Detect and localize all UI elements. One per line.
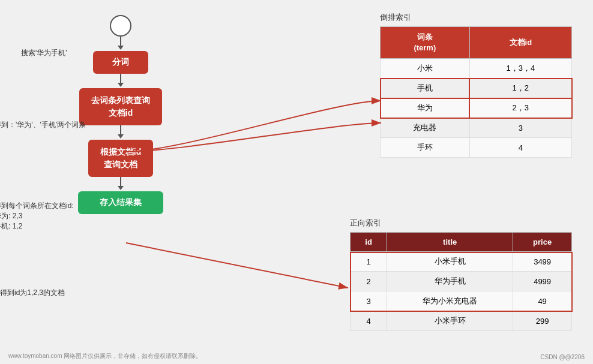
inverted-docids: 3 <box>469 118 571 138</box>
forward-index-table: id title price 1 小米手机 3499 2 华为手机 4999 3… <box>350 232 572 331</box>
forward-title: 小米手机 <box>387 252 513 272</box>
forward-title: 华为小米充电器 <box>387 291 513 311</box>
forward-row: 3 华为小米充电器 49 <box>351 291 572 311</box>
forward-title: 小米手环 <box>387 311 513 331</box>
inverted-term: 小米 <box>381 59 470 79</box>
flow-start-circle <box>110 15 131 37</box>
inverted-index-table: 词条(term) 文档id 小米 1，3，4 手机 1，2 华为 2，3 充电器… <box>380 26 572 158</box>
inverted-docids: 1，2 <box>469 79 571 98</box>
inverted-header-term: 词条(term) <box>381 27 470 59</box>
inverted-term: 手机 <box>381 79 470 98</box>
doc-ids-label: 得到每个词条所在文档id: 华为: 2,3 手机: 1,2 <box>0 201 74 231</box>
forward-index-title: 正向索引 <box>350 218 572 228</box>
forward-price: 299 <box>513 311 572 331</box>
inverted-docids: 1，3，4 <box>469 59 571 79</box>
search-label: 搜索'华为手机' <box>21 48 67 58</box>
forward-id: 2 <box>351 272 387 291</box>
inverted-header-docids: 文档id <box>469 27 571 59</box>
inverted-docids: 2，3 <box>469 98 571 118</box>
inverted-term: 手环 <box>381 138 470 158</box>
tokenize-result-label: 得到：'华为'、'手机'两个词条 <box>0 120 86 130</box>
forward-row: 1 小米手机 3499 <box>351 252 572 272</box>
inverted-index-title: 倒排索引 <box>380 12 572 23</box>
fetch-result-label: 得到id为1,2,3的文档 <box>0 288 65 298</box>
forward-id: 4 <box>351 311 387 331</box>
forward-row: 4 小米手环 299 <box>351 311 572 331</box>
store-box: 存入结果集 <box>78 191 163 214</box>
inverted-row: 华为 2，3 <box>381 98 572 118</box>
inverted-term: 充电器 <box>381 118 470 138</box>
forward-id: 1 <box>351 252 387 272</box>
watermark-left: www.toymoban.com 网络图片仅供展示，非存储，如有侵权请联系删除。 <box>8 352 202 360</box>
forward-price: 49 <box>513 291 572 311</box>
forward-id: 3 <box>351 291 387 311</box>
inverted-index-section: 倒排索引 词条(term) 文档id 小米 1，3，4 手机 1，2 华为 2，… <box>380 12 572 158</box>
forward-price: 3499 <box>513 252 572 272</box>
forward-row: 2 华为手机 4999 <box>351 272 572 291</box>
forward-header-id: id <box>351 233 387 252</box>
watermark-right: CSDN @@2206 <box>540 354 585 360</box>
forward-header-title: title <box>387 233 513 252</box>
query-box: 去词条列表查询 文档id <box>79 88 162 125</box>
inverted-row: 小米 1，3，4 <box>381 59 572 79</box>
forward-header-price: price <box>513 233 572 252</box>
inverted-row: 手环 4 <box>381 138 572 158</box>
tokenize-box: 分词 <box>93 51 148 74</box>
main-container: 搜索'华为手机' 分词 得到：'华为'、'手机'两个词条 去词条列表查询 文档i… <box>0 0 593 364</box>
inverted-row: 手机 1，2 <box>381 79 572 98</box>
inverted-term: 华为 <box>381 98 470 118</box>
fetch-box: 根据文档id 查询文档 <box>88 140 153 177</box>
forward-title: 华为手机 <box>387 272 513 291</box>
inverted-docids: 4 <box>469 138 571 158</box>
inverted-row: 充电器 3 <box>381 118 572 138</box>
forward-price: 4999 <box>513 272 572 291</box>
forward-index-section: 正向索引 id title price 1 小米手机 3499 2 华为手机 4… <box>350 218 572 331</box>
